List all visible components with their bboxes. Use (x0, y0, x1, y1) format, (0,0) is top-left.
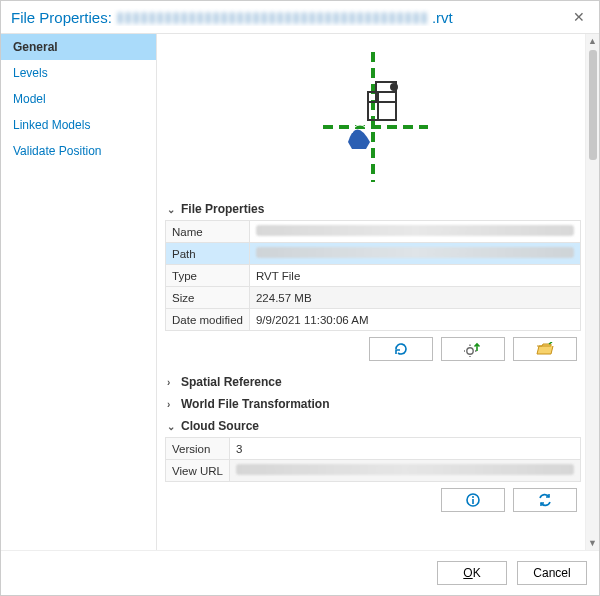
blurred-value (236, 464, 574, 475)
section-heading: World File Transformation (181, 397, 329, 411)
row-value-path[interactable] (249, 243, 580, 265)
section-file-properties-header[interactable]: ⌄ File Properties (165, 198, 581, 220)
chevron-down-icon: ⌄ (167, 421, 177, 432)
scroll-thumb[interactable] (589, 50, 597, 160)
open-folder-button[interactable] (513, 337, 577, 361)
info-button[interactable] (441, 488, 505, 512)
scroll-down-arrow-icon[interactable]: ▼ (586, 536, 599, 550)
row-label: View URL (166, 460, 230, 482)
sync-button[interactable] (513, 488, 577, 512)
svg-point-13 (472, 496, 474, 498)
table-row: Date modified 9/9/2021 11:30:06 AM (166, 309, 581, 331)
titlebar: File Properties: ▮▮▮▮▮▮▮▮▮▮▮▮▮▮▮▮▮▮▮▮▮▮▮… (1, 1, 599, 34)
title-prefix: File Properties: (11, 9, 112, 26)
table-row: View URL (166, 460, 581, 482)
close-button[interactable]: ✕ (567, 7, 591, 27)
row-label: Path (166, 243, 250, 265)
thumbnail-icon (298, 47, 448, 187)
row-value-name (249, 221, 580, 243)
chevron-right-icon: › (167, 399, 177, 410)
sidebar-item-linked-models[interactable]: Linked Models (1, 112, 156, 138)
sidebar: General Levels Model Linked Models Valid… (1, 34, 157, 550)
chevron-down-icon: ⌄ (167, 204, 177, 215)
section-heading: File Properties (181, 202, 264, 216)
row-value-type: RVT File (249, 265, 580, 287)
svg-point-7 (467, 348, 473, 354)
rebuild-thumbnail-button[interactable] (441, 337, 505, 361)
sidebar-item-model[interactable]: Model (1, 86, 156, 112)
sync-icon (537, 493, 553, 507)
file-properties-buttons (165, 331, 581, 371)
title-extension: .rvt (432, 9, 453, 26)
chevron-right-icon: › (167, 377, 177, 388)
sidebar-item-label: Levels (13, 66, 48, 80)
section-heading: Spatial Reference (181, 375, 282, 389)
title-filename-blurred: ▮▮▮▮▮▮▮▮▮▮▮▮▮▮▮▮▮▮▮▮▮▮▮▮▮▮▮▮▮▮▮▮▮▮▮▮▮▮▮ (116, 8, 428, 26)
section-spatial-reference-header[interactable]: › Spatial Reference (165, 371, 581, 393)
row-value-view-url (229, 460, 580, 482)
row-label: Date modified (166, 309, 250, 331)
table-row: Size 224.57 MB (166, 287, 581, 309)
sidebar-item-validate-position[interactable]: Validate Position (1, 138, 156, 164)
file-properties-grid: Name Path Type RVT File Size 224.57 MB (165, 220, 581, 331)
gear-arrow-icon (464, 341, 482, 357)
section-heading: Cloud Source (181, 419, 259, 433)
blurred-value (256, 247, 574, 258)
row-value-size: 224.57 MB (249, 287, 580, 309)
table-row: Name (166, 221, 581, 243)
folder-open-icon (536, 342, 554, 356)
row-value-version: 3 (229, 438, 580, 460)
sidebar-item-general[interactable]: General (1, 34, 156, 60)
refresh-icon (393, 341, 409, 357)
refresh-button[interactable] (369, 337, 433, 361)
row-label: Name (166, 221, 250, 243)
table-row: Path (166, 243, 581, 265)
sidebar-item-label: Linked Models (13, 118, 90, 132)
file-properties-dialog: File Properties: ▮▮▮▮▮▮▮▮▮▮▮▮▮▮▮▮▮▮▮▮▮▮▮… (1, 1, 599, 595)
sidebar-item-label: Model (13, 92, 46, 106)
svg-point-6 (391, 84, 397, 90)
sidebar-item-levels[interactable]: Levels (1, 60, 156, 86)
dialog-title: File Properties: ▮▮▮▮▮▮▮▮▮▮▮▮▮▮▮▮▮▮▮▮▮▮▮… (11, 8, 453, 26)
dialog-footer: OK Cancel (1, 550, 599, 595)
row-label: Version (166, 438, 230, 460)
table-row: Type RVT File (166, 265, 581, 287)
cloud-source-buttons (165, 482, 581, 522)
sidebar-item-label: Validate Position (13, 144, 102, 158)
main-wrap: ⌄ File Properties Name Path Type RVT Fil… (157, 34, 599, 550)
dialog-body: General Levels Model Linked Models Valid… (1, 34, 599, 550)
table-row: Version 3 (166, 438, 581, 460)
info-icon (466, 493, 480, 507)
section-cloud-source-header[interactable]: ⌄ Cloud Source (165, 415, 581, 437)
blurred-value (256, 225, 574, 236)
sidebar-item-label: General (13, 40, 58, 54)
svg-rect-14 (472, 499, 474, 504)
cancel-label: Cancel (533, 566, 570, 580)
thumbnail-preview (165, 42, 581, 192)
row-label: Type (166, 265, 250, 287)
row-label: Size (166, 287, 250, 309)
row-value-date: 9/9/2021 11:30:06 AM (249, 309, 580, 331)
vertical-scrollbar[interactable]: ▲ ▼ (585, 34, 599, 550)
main-panel: ⌄ File Properties Name Path Type RVT Fil… (157, 34, 585, 550)
cloud-source-grid: Version 3 View URL (165, 437, 581, 482)
section-world-file-header[interactable]: › World File Transformation (165, 393, 581, 415)
ok-button[interactable]: OK (437, 561, 507, 585)
cancel-button[interactable]: Cancel (517, 561, 587, 585)
scroll-up-arrow-icon[interactable]: ▲ (586, 34, 599, 48)
